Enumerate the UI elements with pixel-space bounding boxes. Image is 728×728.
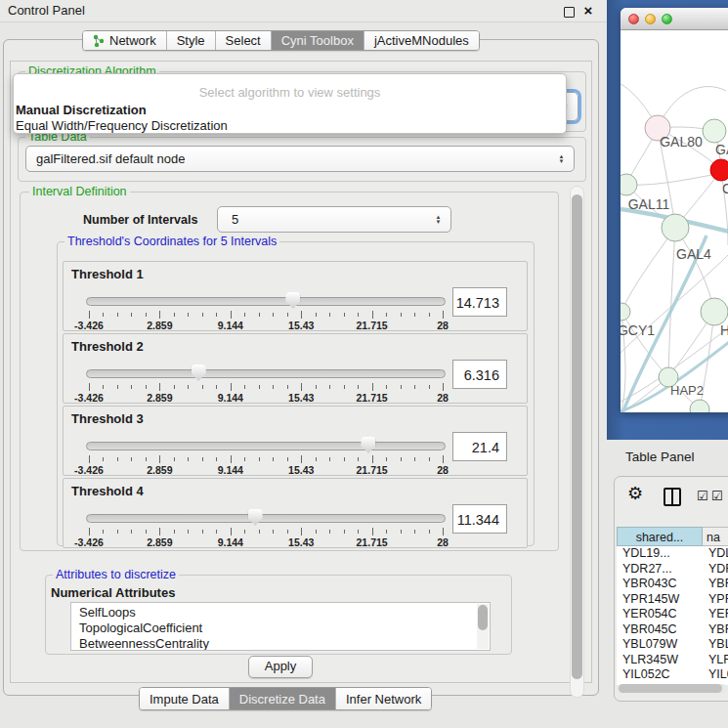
tab-impute-data[interactable]: Impute Data — [140, 688, 229, 709]
table-row[interactable]: YBL079WYBL0 — [617, 637, 728, 653]
node[interactable] — [703, 119, 726, 143]
list-item[interactable]: TopologicalCoefficient — [71, 621, 490, 636]
zoom-window-button[interactable] — [662, 14, 672, 24]
number-of-intervals-combobox[interactable]: 5 ▲▼ — [217, 206, 451, 233]
network-view-window: GAL80 GA C GAL11 GAL4 GCY1 H HAP2 — [621, 8, 728, 412]
slider-thumb[interactable] — [192, 364, 206, 381]
table-panel-title: Table Panel — [625, 450, 695, 464]
thresholds-group-title: Threshold's Coordinates for 5 Intervals — [64, 235, 279, 248]
tab-infer-network[interactable]: Infer Network — [335, 688, 431, 709]
threshold-1-panel: Threshold 1 -3.426 2.859 9.144 15.43 21.… — [63, 261, 528, 331]
threshold-1-label: Threshold 1 — [71, 267, 144, 281]
checkbox-icon[interactable]: ☑ — [711, 490, 723, 502]
screen: Control Panel × Network Style — [0, 0, 728, 728]
control-panel-tabs: Network Style Select Cyni Toolbox jActiv… — [82, 30, 480, 51]
slider-ticks — [89, 311, 443, 319]
threshold-4-slider[interactable] — [89, 506, 443, 528]
node[interactable] — [662, 214, 689, 241]
combo-arrows-icon: ▲▼ — [557, 154, 566, 164]
network-desktop: GAL80 GA C GAL11 GAL4 GCY1 H HAP2 — [607, 0, 728, 440]
scrollbar-thumb[interactable] — [478, 605, 488, 630]
table-row[interactable]: YER054CYER0 — [617, 607, 728, 622]
threshold-1-value-field[interactable]: 14.713 — [452, 287, 507, 317]
slider-scale: -3.426 2.859 9.144 15.43 21.715 28 — [89, 392, 443, 403]
network-window-titlebar — [621, 8, 728, 30]
network-icon — [93, 34, 105, 47]
cyni-mode-tabs: Impute Data Discretize Data Infer Networ… — [139, 687, 432, 710]
slider-scale: -3.426 2.859 9.144 15.43 21.715 28 — [89, 536, 443, 547]
scrollbar-thumb[interactable] — [572, 194, 582, 679]
algorithm-prompt: Select algorithm to view settings — [14, 85, 566, 100]
table-row[interactable]: YBR043CYBR0 — [617, 577, 728, 592]
table-body[interactable]: YDL19...YDL1 YDR27...YDR2 YBR043CYBR0 YP… — [617, 546, 728, 685]
tab-style[interactable]: Style — [166, 31, 215, 50]
table-row[interactable]: YIL052CYIL0 — [617, 667, 728, 683]
slider-ticks — [89, 455, 443, 463]
list-item[interactable]: BetweennessCentrality — [71, 636, 490, 651]
threshold-2-value-field[interactable]: 6.316 — [452, 360, 507, 389]
slider-track — [86, 297, 446, 306]
close-panel-icon[interactable]: × — [580, 0, 596, 21]
slider-thumb[interactable] — [285, 292, 300, 309]
minimize-window-button[interactable] — [645, 14, 656, 24]
tab-jactivemnodules[interactable]: jActiveMNodules — [364, 31, 479, 50]
node[interactable] — [701, 298, 728, 325]
threshold-3-label: Threshold 3 — [71, 411, 144, 426]
table-data-combobox[interactable]: galFiltered.sif default node ▲▼ — [25, 146, 575, 172]
algorithm-option-manual[interactable]: Manual Discretization — [14, 104, 566, 117]
node[interactable] — [621, 174, 637, 195]
checkbox-icon[interactable]: ☑ — [697, 490, 708, 502]
number-of-intervals-value: 5 — [232, 207, 238, 232]
slider-thumb[interactable] — [248, 509, 263, 526]
control-panel-titlebar: Control Panel × — [0, 0, 607, 22]
threshold-2-panel: Threshold 2 -3.426 2.859 9.144 15.43 21.… — [63, 333, 528, 404]
tab-network-label: Network — [109, 33, 156, 48]
table-panel: ⚙ ☑ ☑ shared... na YDL19...YDL1 YDR27...… — [614, 476, 728, 702]
content-vertical-scrollbar[interactable] — [570, 186, 584, 698]
table-row[interactable]: YDR27...YDR2 — [617, 562, 728, 578]
node[interactable] — [690, 400, 709, 412]
table-row[interactable]: YDL19...YDL1 — [617, 546, 728, 562]
float-panel-icon[interactable] — [564, 7, 575, 18]
numerical-attributes-list[interactable]: SelfLoops TopologicalCoefficient Between… — [70, 602, 491, 651]
tab-network[interactable]: Network — [83, 31, 166, 50]
combo-arrows-icon: ▲▼ — [434, 215, 443, 225]
threshold-3-panel: Threshold 3 -3.426 2.859 9.144 15.43 21.… — [63, 406, 528, 476]
gear-icon[interactable]: ⚙ — [627, 485, 643, 502]
threshold-3-value-field[interactable]: 21.4 — [452, 432, 507, 461]
column-header-shared[interactable]: shared... — [617, 527, 703, 546]
threshold-1-slider[interactable] — [89, 289, 443, 311]
node-selected[interactable] — [710, 159, 728, 181]
interval-definition-title: Interval Definition — [29, 185, 130, 198]
scrollbar-thumb[interactable] — [619, 684, 722, 693]
table-data-value: galFiltered.sif default node — [36, 147, 185, 171]
table-panel-titlebar: Table Panel — [607, 440, 728, 474]
threshold-2-slider[interactable] — [89, 362, 443, 383]
control-panel-title: Control Panel — [8, 0, 85, 21]
node-label: C — [722, 181, 728, 196]
table-row[interactable]: YBR045CYBR0 — [617, 622, 728, 638]
list-item[interactable]: SelfLoops — [71, 605, 490, 621]
node-label: GAL80 — [660, 134, 703, 150]
list-scrollbar[interactable] — [477, 604, 489, 649]
tab-cyni-toolbox[interactable]: Cyni Toolbox — [271, 31, 364, 50]
table-row[interactable]: YLR345WYLR3 — [617, 653, 728, 668]
table-horizontal-scrollbar[interactable] — [618, 684, 727, 693]
tab-select[interactable]: Select — [215, 31, 271, 50]
threshold-4-value-field[interactable]: 11.344 — [452, 504, 507, 534]
node[interactable] — [621, 303, 630, 321]
slider-scale: -3.426 2.859 9.144 15.43 21.715 28 — [89, 320, 443, 330]
tab-discretize-data[interactable]: Discretize Data — [229, 688, 335, 709]
column-header-name[interactable]: na — [703, 527, 728, 546]
column-layout-icon[interactable] — [664, 488, 681, 506]
slider-track — [86, 514, 446, 523]
threshold-4-panel: Threshold 4 -3.426 2.859 9.144 15.43 21.… — [63, 478, 528, 548]
slider-scale: -3.426 2.859 9.144 15.43 21.715 28 — [89, 464, 443, 475]
algorithm-option-equal-width[interactable]: Equal Width/Frequency Discretization — [14, 119, 566, 133]
close-window-button[interactable] — [628, 14, 639, 24]
apply-button[interactable]: Apply — [248, 656, 313, 678]
table-row[interactable]: YPR145WYPR1 — [617, 592, 728, 608]
slider-thumb[interactable] — [361, 437, 375, 453]
network-canvas[interactable]: GAL80 GA C GAL11 GAL4 GCY1 H HAP2 — [621, 30, 728, 412]
threshold-3-slider[interactable] — [89, 434, 443, 455]
